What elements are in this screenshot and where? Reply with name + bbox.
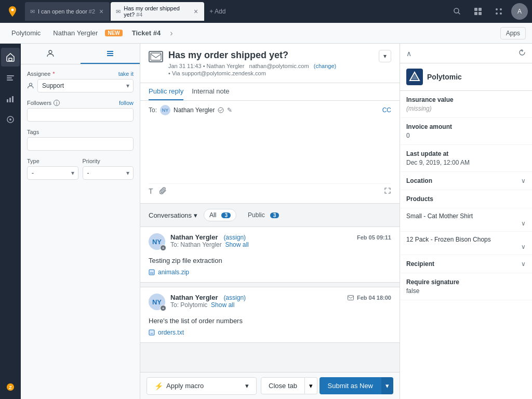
panel-products-expand[interactable]: Products [400,190,532,208]
nav-reporting[interactable] [1,89,20,108]
nav-home[interactable] [1,48,20,66]
breadcrumb-ticket[interactable]: Ticket #4 [127,27,166,39]
submit-caret-button[interactable]: ▾ [381,377,393,394]
tab-2-label: Has my order shipped yet? #4 [124,5,190,18]
svg-point-8 [496,12,498,15]
edit-recipient-icon[interactable]: ✎ [227,107,232,114]
ticket-meta: Jan 31 11:43 • Nathan Yergler nathan@pol… [168,63,336,76]
tab-public-reply[interactable]: Public reply [149,83,183,100]
close-tab-caret-button[interactable]: ▾ [305,377,317,394]
change-link[interactable]: (change) [314,63,336,69]
panel-product-2: 12 Pack - Frozen Bison Chops ∨ [400,232,532,255]
expand-icon[interactable] [384,187,391,196]
tags-input[interactable] [27,137,134,151]
filter-all-tab[interactable]: All 3 [204,209,236,221]
recipient-check-icon [218,107,224,113]
tab-internal-note[interactable]: Internal note [192,83,229,100]
apps-nav-button[interactable]: Apps [500,27,526,39]
follow-link[interactable]: follow [119,100,134,106]
conv-msg-to-2: To: Polytomic Show all [170,301,391,309]
assignee-field-group: Assignee* take it Support [27,71,134,92]
ticket-email: nathan@polytomic.com [249,63,309,69]
sidebar-user-tab[interactable] [21,44,81,64]
product-2-chevron[interactable]: ∨ [521,243,526,250]
tab-1[interactable]: ✉ I can open the door #2 × [25,2,110,21]
svg-rect-16 [12,96,14,102]
breadcrumb-polytomic[interactable]: Polytomic [6,27,46,39]
conv-msg-body-1: Testing zip file extraction [149,257,391,264]
svg-rect-10 [9,58,12,61]
type-select[interactable]: - [27,166,78,180]
conv-assign-link-2[interactable]: (assign) [223,294,246,301]
sidebar-content: Assignee* take it Support [21,64,140,399]
format-text-icon[interactable]: T [149,187,153,196]
nav-views[interactable] [1,69,20,87]
tab-2-close[interactable]: × [193,6,199,17]
panel-collapse-button[interactable]: ∧ [406,49,411,58]
email-icon [149,51,163,62]
panel-refresh-button[interactable] [518,49,526,58]
svg-rect-4 [474,12,477,15]
conv-assign-link-1[interactable]: (assign) [223,234,246,241]
tags-label: Tags [27,129,134,135]
conversations-caret: ▾ [194,211,197,219]
conv-filter-bar: Conversations ▾ All 3 Public 3 [140,204,400,227]
grid-button[interactable] [470,3,486,20]
conversations-dropdown[interactable]: Conversations ▾ [149,211,197,219]
close-tab-button[interactable]: Close tab [261,377,305,394]
conv-avatar-badge-2: + [160,305,166,311]
user-avatar[interactable]: A [511,3,528,20]
right-panel: ∧ Polytomic Insurance value (missing) In… [400,44,532,399]
conv-avatar-badge-1: + [160,245,166,251]
nav-admin[interactable] [1,110,20,129]
apply-macro-button[interactable]: ⚡ Apply macro ▾ [147,377,257,395]
assignee-select[interactable]: Support [37,79,134,92]
panel-last-update-value: Dec 9, 2019, 12:00 AM [406,159,526,166]
apps-button[interactable] [490,3,507,20]
tab-1-close[interactable]: × [98,6,104,17]
sidebar-list-tab[interactable] [81,44,140,64]
svg-rect-23 [107,55,113,56]
add-tab-button[interactable]: + Add [205,6,230,17]
to-label: To: [149,107,157,114]
conv-attachment-2[interactable]: txt orders.txt [149,329,391,336]
reply-area: Public reply Internal note To: NY Nathan… [140,83,400,204]
ticket-dropdown-button[interactable]: ▾ [379,50,391,62]
panel-company-name: Polytomic [427,73,462,81]
panel-title-row: Polytomic [400,63,532,91]
show-all-link-2[interactable]: Show all [211,301,234,309]
svg-point-9 [500,12,502,15]
top-bar-actions: A [449,3,528,20]
right-panel-header: ∧ [400,44,532,63]
cc-button[interactable]: CC [382,107,391,114]
submit-button[interactable]: Submit as New [320,377,381,394]
svg-rect-25 [151,53,161,60]
breadcrumb-nathan[interactable]: Nathan Yergler [48,27,103,39]
conv-message-2: NY + Nathan Yergler (assign) [140,287,400,343]
followers-field-group: Followers i follow [27,100,134,122]
reply-editor[interactable] [149,119,391,182]
location-chevron-icon: ∨ [521,177,526,184]
public-count-badge: 3 [270,212,280,218]
panel-recipient-expand[interactable]: Recipient ∨ [400,255,532,273]
product-1-chevron[interactable]: ∨ [521,220,526,227]
conv-msg-body-2: Here's the list of order numbers [149,317,391,325]
followers-input[interactable] [27,108,134,122]
followers-info-icon[interactable]: i [54,100,60,106]
nav-arrow-button[interactable]: › [168,26,175,40]
show-all-link-1[interactable]: Show all [225,241,248,248]
macro-label: Apply macro [166,382,204,390]
search-button[interactable] [449,3,466,20]
conv-attachment-1[interactable]: zip animals.zip [149,269,391,276]
conv-msg-time-1: Feb 05 09:11 [357,234,391,241]
ticket-header: Has my order shipped yet? Jan 31 11:43 •… [140,44,400,83]
app-logo[interactable] [4,3,21,20]
priority-select[interactable]: - [83,166,134,180]
type-select-wrapper: - [27,166,78,180]
take-it-link[interactable]: take it [118,71,134,77]
panel-location-expand[interactable]: Location ∨ [400,172,532,190]
tab-2-icon: ✉ [116,8,121,15]
tab-2[interactable]: ✉ Has my order shipped yet? #4 × [111,2,204,21]
attach-file-icon[interactable] [159,187,167,196]
filter-public-tab[interactable]: Public 3 [243,209,284,221]
